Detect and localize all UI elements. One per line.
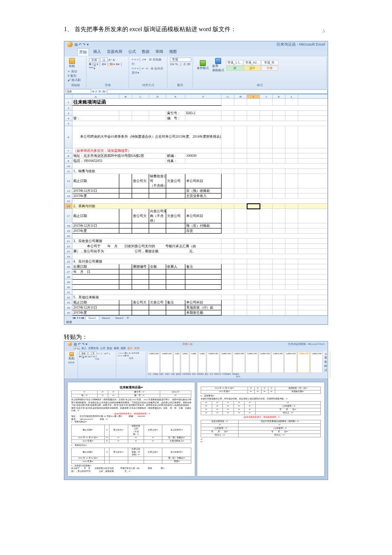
spreadsheet-grid[interactable]: ABCDEFGHIJKL 1往来账项询证函 2 3索引号：EH3-2 4致：编 … [64,94,328,315]
word-page-2: 2015 年 12 月 31 日↩↩↩↩↩其他应收（付）款↩ 2015 年度↩↩… [197,382,324,476]
tab-review[interactable]: 审阅 [154,48,165,56]
body-paragraph: 本公司聘请的大华会计师事务所（特殊普通合伙）正在对本公司2013年度、2014年… [72,126,222,148]
page-corner: .\ [322,28,325,33]
tab-view[interactable]: 视图 [167,48,179,56]
doc-title: 往来账项询证函 [72,99,222,106]
office-button-icon[interactable] [68,342,72,346]
group-align: 对齐方式 [132,83,164,87]
tab-layout[interactable]: 页面布局 [105,48,124,56]
number-format-combo[interactable]: 常规 [170,58,191,62]
main-instruction: 1、 首先把事务所发来的 excel 版询证函模板粘贴进 word 版文件： [64,26,328,33]
sub-instruction: 转贴为： [64,333,328,341]
window-title: 往来询证函 - Microsoft Excel [277,42,325,47]
seal-note: （如本询函为多页次，请加盖骑缝章） [72,148,222,153]
group-styles: 样式 [196,83,324,87]
copy-button[interactable]: ⎘ 复制 [68,74,81,78]
qat[interactable]: ▤ ↶ ↷ ▾ [75,43,89,46]
word-ribbon-tabs[interactable]: 开始 插入页面布局公式数据审阅视图 设计布局 [65,346,327,351]
office-button-icon[interactable] [67,41,73,47]
word-page-1: 往来账项询证函↩ ↩↩↩索引号：↩EH3-2↩ 致：↩↩↩编 号：↩↩ 本公司聘… [68,382,195,476]
paste-button[interactable]: 粘贴 [68,58,76,69]
sheet-tabs[interactable]: ⏮ ◀ ▶ ⏭ Sheet1Sheet2Sheet3 ✳ [64,315,328,320]
font-combo[interactable]: 宋体 [89,58,99,62]
ribbon-tabs[interactable]: 开始 插入 页面布局 公式 数据 审阅 视图 [64,47,328,56]
tab-formula[interactable]: 公式 [127,48,138,56]
tab-insert[interactable]: 插入 [92,48,103,56]
group-number: 数字 [170,83,190,87]
cond-format-button[interactable]: 条件格式 [196,60,210,71]
group-clipboard: 剪贴板 [68,83,84,87]
tab-data[interactable]: 数据 [140,48,151,56]
cell-styles-gallery[interactable]: 常规_1-1... 常规_A2... 常规_审. 好 适中 计算 [226,60,278,71]
excel-screenshot: ▤ ↶ ↷ ▾ 往来询证函 - Microsoft Excel 开始 插入 页面… [64,41,328,325]
change-style-button[interactable]: A更改样式 [323,352,329,373]
group-font: 字体 [89,83,126,87]
name-box[interactable]: I16 [66,89,91,94]
status-bar: 就绪 [64,320,328,324]
font-buttons[interactable]: B I U ▾ │ ⊞▾ │ 🎨▾ A▾ │ wén▾ [89,63,126,70]
cut-button[interactable]: ✂ 剪切 [68,69,81,74]
selected-cell[interactable] [247,204,260,209]
word-screenshot: ▤ ↶ ↷ ▾ 表格工具 往来询证函模板 - Microsoft Word 开始… [64,341,328,480]
tab-home[interactable]: 开始 [77,48,89,56]
formula-bar[interactable] [107,90,328,94]
table-format-button[interactable]: 套用 表格格式 [211,58,225,73]
fx-icon[interactable]: ▾ ✓ ✕ [92,90,101,93]
size-combo[interactable]: 11 [100,58,108,62]
context-tab: 表格工具 [87,342,288,346]
fx-label: fx [103,90,105,93]
word-window-title: 往来询证函模板 - Microsoft Word [288,342,324,346]
word-canvas[interactable]: 往来账项询证函↩ ↩↩↩索引号：↩EH3-2↩ 致：↩↩↩编 号：↩↩ 本公司聘… [64,379,328,480]
format-painter-button[interactable]: 🖌 格式刷 [68,78,81,82]
word-styles-gallery[interactable]: AaBbCcDdAaBbCcDdAaBtAaBb(AaBb(AaBb(AaBbC… [147,352,329,373]
